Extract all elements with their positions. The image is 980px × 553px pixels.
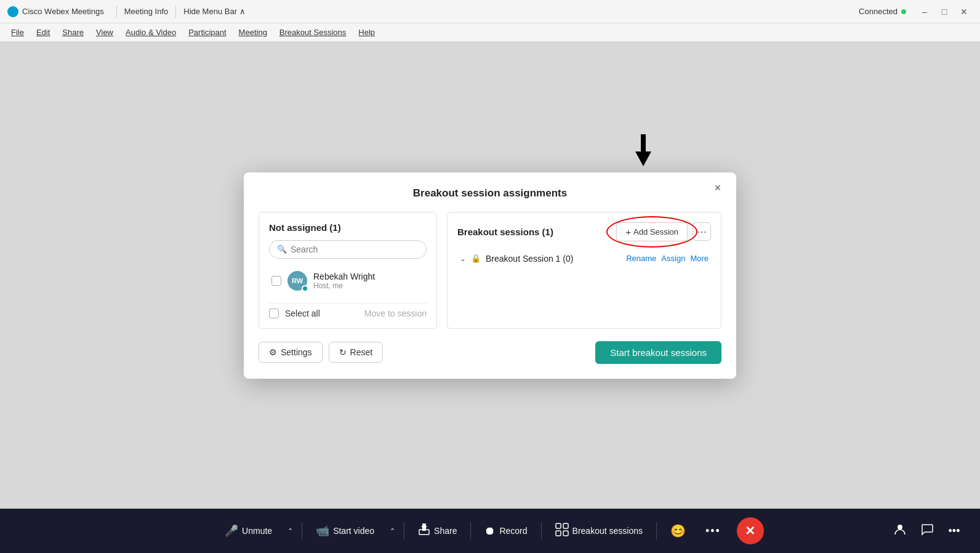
emoji-icon: 😊	[670, 523, 686, 538]
settings-button[interactable]: ⚙ Settings	[259, 342, 323, 363]
toolbar-divider-5	[656, 522, 657, 539]
svg-rect-5	[563, 523, 568, 528]
participant-info: Rebekah Wright Host, me	[313, 272, 375, 290]
session-more-button[interactable]: More	[690, 254, 709, 263]
more-icon: ⋯	[697, 226, 707, 238]
svg-point-8	[898, 525, 902, 530]
unmute-label: Unmute	[242, 526, 272, 536]
start-video-label: Start video	[333, 526, 374, 536]
end-call-icon: ✕	[745, 523, 755, 538]
minimize-button[interactable]: –	[916, 3, 933, 20]
arrow-head	[635, 151, 651, 166]
more-options-button[interactable]: ⋯	[693, 222, 711, 241]
logo-icon	[7, 6, 18, 17]
select-all-checkbox[interactable]	[269, 309, 279, 318]
toolbar-divider	[302, 522, 302, 539]
lock-icon: 🔒	[471, 254, 481, 263]
plus-icon: +	[625, 227, 631, 237]
menu-audio-video[interactable]: Audio & Video	[119, 25, 182, 39]
menu-breakout-sessions[interactable]: Breakout Sessions	[273, 25, 352, 39]
svg-rect-3	[422, 526, 426, 531]
not-assigned-panel: Not assigned (1) 🔍 RW Rebekah Wright	[259, 212, 437, 329]
avatar: RW	[287, 271, 307, 291]
arrow-shaft	[641, 134, 646, 151]
reset-icon: ↻	[339, 347, 347, 357]
connected-dot	[901, 9, 906, 14]
svg-rect-6	[556, 531, 561, 536]
bottom-toolbar: 🎤 Unmute ⌃ 📹 Start video ⌃ Share ⏺ Recor…	[0, 509, 980, 553]
dialog-body: Not assigned (1) 🔍 RW Rebekah Wright	[259, 212, 721, 329]
meeting-info-btn[interactable]: Meeting Info	[117, 7, 176, 16]
participants-panel-button[interactable]	[889, 520, 911, 542]
add-session-button[interactable]: + Add Session	[616, 222, 688, 241]
participant-list: RW Rebekah Wright Host, me	[269, 266, 427, 296]
share-button[interactable]: Share	[409, 519, 465, 544]
right-controls: •••	[889, 520, 965, 542]
video-chevron[interactable]: ⌃	[385, 524, 399, 538]
more-dots-icon: •••	[705, 525, 721, 538]
more-dots-right-icon: •••	[949, 525, 960, 538]
menu-share[interactable]: Share	[56, 25, 90, 39]
participant-role: Host, me	[313, 281, 375, 290]
app-logo: Cisco Webex Meetings	[7, 6, 104, 17]
microphone-icon: 🎤	[225, 524, 238, 538]
main-area: × Breakout session assignments Not assig…	[0, 42, 980, 509]
menu-file[interactable]: File	[5, 25, 30, 39]
select-all-bar: Select all Move to session	[269, 303, 427, 318]
menu-view[interactable]: View	[90, 25, 119, 39]
connected-label: Connected	[859, 7, 898, 16]
menu-meeting[interactable]: Meeting	[233, 25, 273, 39]
emoji-button[interactable]: 😊	[662, 519, 694, 543]
close-dialog-button[interactable]: ×	[709, 180, 726, 197]
settings-icon: ⚙	[269, 347, 277, 357]
chat-panel-button[interactable]	[916, 520, 938, 542]
session-name: Breakout Session 1 (0)	[486, 254, 621, 264]
record-button[interactable]: ⏺ Record	[476, 520, 536, 543]
maximize-button[interactable]: □	[936, 3, 953, 20]
search-box[interactable]: 🔍	[269, 240, 427, 259]
avatar-status	[302, 285, 308, 292]
right-panel-header: Breakout sessions (1) + Add Session ⋯	[457, 222, 711, 241]
add-session-label: Add Session	[633, 227, 678, 236]
participant-name: Rebekah Wright	[313, 272, 375, 281]
more-button[interactable]: •••	[697, 520, 729, 543]
menu-help[interactable]: Help	[352, 25, 381, 39]
participant-checkbox[interactable]	[271, 276, 281, 286]
end-call-button[interactable]: ✕	[737, 517, 764, 544]
toolbar-divider-4	[541, 522, 542, 539]
list-item: RW Rebekah Wright Host, me	[269, 266, 427, 296]
arrow-annotation	[635, 134, 651, 166]
start-breakout-button[interactable]: Start breakout sessions	[595, 341, 721, 364]
more-options-right-button[interactable]: •••	[943, 520, 965, 542]
video-icon: 📹	[316, 524, 329, 538]
hide-menu-bar-btn[interactable]: Hide Menu Bar ∧	[176, 7, 252, 16]
assign-button[interactable]: Assign	[661, 254, 685, 263]
breakout-sessions-panel: Breakout sessions (1) + Add Session ⋯	[447, 212, 721, 329]
session-actions: Rename Assign More	[626, 254, 709, 263]
connection-status: Connected	[859, 7, 906, 16]
search-input[interactable]	[291, 244, 419, 254]
record-label: Record	[499, 526, 527, 536]
breakout-sessions-title: Breakout sessions (1)	[457, 227, 611, 237]
reset-label: Reset	[350, 347, 373, 357]
svg-rect-7	[563, 531, 568, 536]
move-to-session-label: Move to session	[364, 309, 427, 318]
session-chevron-icon[interactable]: ⌄	[460, 254, 466, 263]
rename-button[interactable]: Rename	[626, 254, 656, 263]
select-all-label: Select all	[285, 309, 320, 318]
add-session-wrapper: + Add Session	[616, 222, 688, 241]
menu-participant[interactable]: Participant	[182, 25, 232, 39]
close-window-button[interactable]: ✕	[955, 3, 973, 20]
search-icon: 🔍	[277, 244, 287, 254]
breakout-sessions-button[interactable]: Breakout sessions	[547, 518, 651, 544]
svg-rect-4	[556, 523, 561, 528]
reset-button[interactable]: ↻ Reset	[329, 342, 384, 363]
menu-edit[interactable]: Edit	[30, 25, 56, 39]
window-controls: – □ ✕	[916, 3, 973, 20]
unmute-chevron[interactable]: ⌃	[283, 524, 297, 538]
start-video-button[interactable]: 📹 Start video	[307, 519, 383, 543]
unmute-button[interactable]: 🎤 Unmute	[216, 519, 281, 543]
dialog-footer: ⚙ Settings ↻ Reset Start breakout sessio…	[259, 341, 721, 364]
app-title: Cisco Webex Meetings	[22, 7, 104, 16]
chat-icon	[920, 523, 934, 539]
